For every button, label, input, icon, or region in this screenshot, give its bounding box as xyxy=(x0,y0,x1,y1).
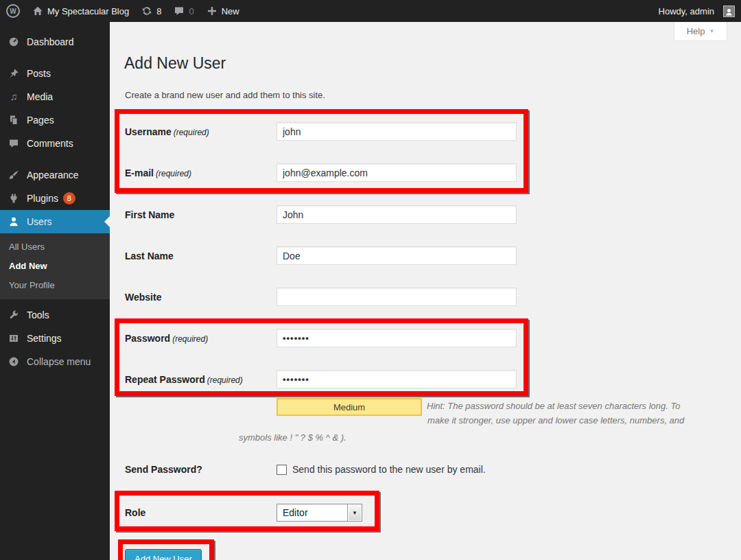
new-content-link[interactable]: New xyxy=(200,0,246,22)
comments-icon xyxy=(7,138,21,149)
send-password-checkbox-label: Send this password to the new user by em… xyxy=(292,464,486,475)
comment-count: 0 xyxy=(189,6,193,16)
wordpress-menu[interactable]: W xyxy=(0,0,26,22)
role-dropdown[interactable]: Editor ▼ xyxy=(277,504,362,522)
users-submenu: All Users Add New Your Profile xyxy=(0,233,110,299)
dashboard-icon xyxy=(7,36,21,47)
media-notes-icon: ♫ xyxy=(7,91,21,102)
sidebar-item-posts[interactable]: Posts xyxy=(0,62,110,85)
repeat-password-label: Repeat Password(required) xyxy=(125,374,277,385)
plus-icon xyxy=(207,5,217,16)
email-row: E-mail(required) xyxy=(125,163,517,182)
send-password-checkbox[interactable] xyxy=(277,465,287,475)
repeat-password-row: Repeat Password(required) xyxy=(125,370,517,388)
username-row: Username(required) xyxy=(125,122,517,141)
role-label: Role xyxy=(125,507,277,518)
sidebar-item-comments[interactable]: Comments xyxy=(0,132,110,155)
username-label: Username(required) xyxy=(125,126,277,137)
dropdown-arrow-icon: ▼ xyxy=(347,504,362,521)
updates-link[interactable]: 8 xyxy=(135,0,167,22)
plug-icon xyxy=(7,193,21,204)
site-name: My Spectacular Blog xyxy=(47,6,129,16)
page-subtitle: Create a brand new user and add them to … xyxy=(125,90,325,100)
password-row: Password(required) xyxy=(125,329,517,347)
password-hint-line-3: symbols like ! " ? $ % ^ & ). xyxy=(239,432,346,443)
sidebar-item-appearance[interactable]: Appearance xyxy=(0,163,110,187)
last-name-label: Last Name xyxy=(125,250,277,261)
last-name-row: Last Name xyxy=(125,246,517,265)
page-title: Add New User xyxy=(124,54,226,73)
paintbrush-icon xyxy=(7,170,21,180)
site-name-link[interactable]: My Spectacular Blog xyxy=(26,0,135,22)
website-input[interactable] xyxy=(277,288,517,306)
password-label: Password(required) xyxy=(125,333,277,344)
first-name-input[interactable] xyxy=(277,205,517,224)
last-name-input[interactable] xyxy=(277,246,517,265)
new-label: New xyxy=(222,6,239,16)
plugins-update-badge: 8 xyxy=(63,192,75,205)
pages-icon xyxy=(7,115,21,126)
collapse-arrow-icon xyxy=(7,356,21,367)
sidebar-item-tools[interactable]: Tools xyxy=(0,303,110,327)
active-menu-arrow xyxy=(104,216,110,227)
sidebar-item-dashboard[interactable]: Dashboard xyxy=(0,30,110,54)
submenu-item-add-new[interactable]: Add New xyxy=(0,257,110,276)
admin-bar: W My Spectacular Blog 8 0 New xyxy=(0,0,741,22)
password-hint-line-1: Hint: The password should be at least se… xyxy=(427,401,681,411)
sidebar-item-pages[interactable]: Pages xyxy=(0,108,110,132)
sidebar-item-settings[interactable]: Settings xyxy=(0,327,110,350)
first-name-row: First Name xyxy=(125,205,517,224)
help-button[interactable]: Help ▼ xyxy=(674,22,727,41)
password-input[interactable] xyxy=(277,329,517,347)
comments-link[interactable]: 0 xyxy=(167,0,200,22)
repeat-password-input[interactable] xyxy=(277,370,517,388)
username-input[interactable] xyxy=(277,122,517,141)
pushpin-icon xyxy=(7,68,21,79)
account-menu[interactable]: Howdy, admin xyxy=(652,0,741,22)
send-password-row: Send Password? Send this password to the… xyxy=(125,464,486,475)
add-new-user-button[interactable]: Add New User xyxy=(125,549,202,560)
chevron-down-icon: ▼ xyxy=(709,28,714,34)
update-icon xyxy=(141,5,152,16)
sidebar-item-plugins[interactable]: Plugins 8 xyxy=(0,187,110,210)
password-strength-meter: Medium xyxy=(277,398,422,416)
sidebar-item-users[interactable]: Users xyxy=(0,210,110,233)
collapse-menu-button[interactable]: Collapse menu xyxy=(0,350,110,373)
sidebar-item-media[interactable]: ♫ Media xyxy=(0,85,110,108)
settings-sliders-icon xyxy=(7,333,21,344)
comment-bubble-icon xyxy=(174,5,185,16)
email-label: E-mail(required) xyxy=(125,167,277,178)
howdy-text: Howdy, admin xyxy=(659,6,714,16)
admin-sidebar: Dashboard Posts ♫ Media Pages Comments A… xyxy=(0,22,110,560)
home-icon xyxy=(32,5,43,16)
role-row: Role Editor ▼ xyxy=(125,504,362,522)
wrench-icon xyxy=(7,310,21,320)
role-selected-value: Editor xyxy=(277,504,347,521)
submenu-item-all-users[interactable]: All Users xyxy=(0,237,110,257)
first-name-label: First Name xyxy=(125,209,277,220)
update-count: 8 xyxy=(156,6,161,16)
password-hint-line-2: make it stronger, use upper and lower ca… xyxy=(427,415,684,425)
submenu-item-your-profile[interactable]: Your Profile xyxy=(0,276,110,295)
main-content: Help ▼ Add New User Create a brand new u… xyxy=(110,22,741,560)
website-row: Website xyxy=(125,288,517,306)
website-label: Website xyxy=(125,292,277,303)
user-icon xyxy=(7,216,21,227)
send-password-label: Send Password? xyxy=(125,464,277,475)
wordpress-logo-icon: W xyxy=(6,4,20,18)
avatar xyxy=(723,5,735,17)
email-field[interactable] xyxy=(277,163,517,182)
